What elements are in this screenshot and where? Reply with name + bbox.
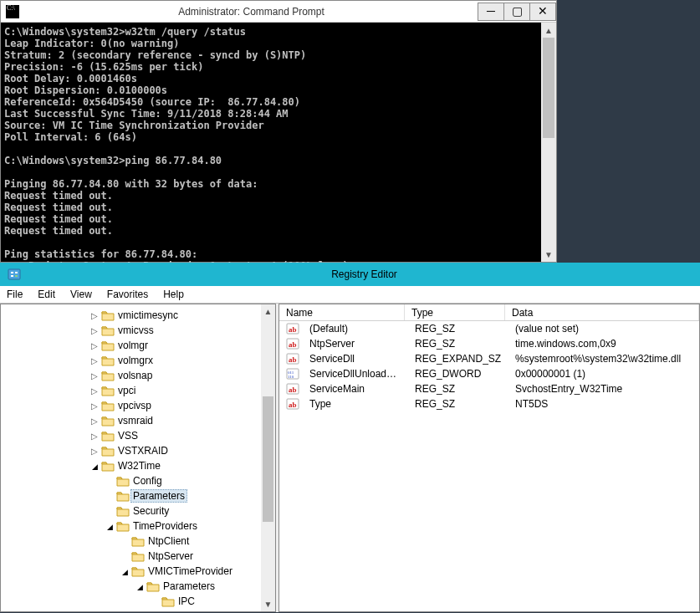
scroll-up-icon[interactable]: ▲ <box>261 304 275 319</box>
terminal-output[interactable]: C:\Windows\system32>w32tm /query /status… <box>1 23 556 275</box>
scroll-thumb[interactable] <box>543 38 554 138</box>
tree-node-vmictimeprovider[interactable]: VMICTimeProvider <box>120 564 275 579</box>
scroll-down-icon[interactable]: ▼ <box>261 597 275 611</box>
cmd-titlebar[interactable]: Administrator: Command Prompt ─ ▢ ✕ <box>1 1 556 23</box>
cmd-system-icon[interactable] <box>6 5 19 18</box>
tree-node-vpci[interactable]: vpci <box>89 383 275 398</box>
expand-icon[interactable] <box>89 326 100 335</box>
menu-edit[interactable]: Edit <box>36 287 57 302</box>
value-row[interactable]: abServiceMainREG_SZSvchostEntry_W32Time <box>279 381 699 396</box>
value-name: ServiceDll <box>303 353 408 365</box>
folder-icon <box>101 309 115 321</box>
value-row[interactable]: abTypeREG_SZNT5DS <box>279 396 699 411</box>
value-row[interactable]: 011110ServiceDllUnloadOnStopREG_DWORD0x0… <box>279 366 699 381</box>
expand-icon[interactable] <box>120 567 130 576</box>
tree-node-parameters[interactable]: Parameters <box>135 579 275 594</box>
column-data[interactable]: Data <box>505 304 699 320</box>
expand-icon[interactable] <box>89 341 100 350</box>
svg-rect-1 <box>11 272 13 273</box>
folder-icon <box>101 355 115 366</box>
tree-node-ntpclient[interactable]: NtpClient <box>120 534 275 549</box>
tree-node-config[interactable]: Config <box>105 473 275 488</box>
folder-icon <box>101 340 115 351</box>
tree-label: volsnap <box>118 370 152 381</box>
svg-text:ab: ab <box>289 340 297 349</box>
tree-node-vstxraid[interactable]: VSTXRAID <box>89 443 275 458</box>
tree-label: NtpServer <box>148 550 193 562</box>
tree-node-volmgr[interactable]: volmgr <box>89 338 275 353</box>
value-data: SvchostEntry_W32Time <box>508 383 699 395</box>
menu-help[interactable]: Help <box>161 287 186 302</box>
expand-icon[interactable] <box>89 356 100 365</box>
tree-node-vmictimesync[interactable]: vmictimesync <box>89 308 275 323</box>
expand-icon[interactable] <box>89 386 100 396</box>
menu-favorites[interactable]: Favorites <box>105 287 150 302</box>
list-header[interactable]: Name Type Data <box>279 304 699 321</box>
tree-node-vmicvss[interactable]: vmicvss <box>89 323 275 338</box>
tree-node-security[interactable]: Security <box>105 503 275 518</box>
expand-icon[interactable] <box>89 311 100 320</box>
tree-node-timeproviders[interactable]: TimeProviders <box>105 518 275 534</box>
menu-view[interactable]: View <box>69 287 94 302</box>
registry-tree-pane[interactable]: vmictimesyncvmicvssvolmgrvolmgrxvolsnapv… <box>0 304 276 612</box>
expand-icon[interactable] <box>105 522 115 531</box>
folder-icon <box>116 475 130 487</box>
value-name: ServiceDllUnloadOnStop <box>303 368 408 380</box>
folder-icon <box>161 595 175 607</box>
tree-label: vmictimesync <box>118 309 178 321</box>
tree-node-vss[interactable]: VSS <box>89 428 275 443</box>
tree-node-ipc[interactable]: IPC <box>150 594 275 609</box>
string-value-icon: ab <box>286 382 299 396</box>
tree-node-w32time[interactable]: W32Time <box>89 458 275 473</box>
expand-icon[interactable] <box>89 447 100 456</box>
tree-node-ntpserver[interactable]: NtpServer <box>120 549 275 564</box>
regedit-titlebar[interactable]: Registry Editor <box>0 263 700 286</box>
column-type[interactable]: Type <box>405 304 505 320</box>
scroll-up-icon[interactable]: ▲ <box>541 23 556 38</box>
svg-text:ab: ab <box>289 386 297 394</box>
tree-scrollbar[interactable]: ▲ ▼ <box>261 304 275 611</box>
expand-icon[interactable] <box>89 401 100 411</box>
regedit-title: Registry Editor <box>28 268 700 280</box>
tree-node-volsnap[interactable]: volsnap <box>89 368 275 383</box>
menu-file[interactable]: File <box>5 287 24 302</box>
folder-icon <box>101 445 115 457</box>
tree-label: Parameters <box>163 580 215 592</box>
column-name[interactable]: Name <box>279 304 405 320</box>
expand-icon[interactable] <box>89 432 100 441</box>
tree-label: vpci <box>118 385 135 396</box>
expand-icon[interactable] <box>89 462 100 471</box>
scroll-down-icon[interactable]: ▼ <box>541 247 556 262</box>
maximize-button[interactable]: ▢ <box>503 3 530 21</box>
tree-node-vpcivsp[interactable]: vpcivsp <box>89 398 275 413</box>
value-row[interactable]: ab(Default)REG_SZ(value not set) <box>279 321 699 336</box>
svg-rect-3 <box>11 275 13 277</box>
value-row[interactable]: abServiceDllREG_EXPAND_SZ%systemroot%\sy… <box>279 351 699 366</box>
value-name: ServiceMain <box>303 383 408 395</box>
expand-icon[interactable] <box>89 416 100 426</box>
registry-values-pane[interactable]: Name Type Data ab(Default)REG_SZ(value n… <box>278 304 700 612</box>
svg-text:ab: ab <box>289 401 297 409</box>
folder-icon <box>101 460 115 472</box>
value-type: REG_EXPAND_SZ <box>408 353 508 365</box>
cmd-scrollbar[interactable]: ▲ ▼ <box>541 23 556 262</box>
command-prompt-window: Administrator: Command Prompt ─ ▢ ✕ C:\W… <box>0 0 557 263</box>
tree-node-vsmraid[interactable]: vsmraid <box>89 413 275 428</box>
tree-node-parameters[interactable]: Parameters <box>105 488 275 503</box>
binary-value-icon: 011110 <box>286 367 299 381</box>
string-value-icon: ab <box>286 397 299 411</box>
folder-icon <box>116 490 130 502</box>
tree-label: Parameters <box>130 489 187 503</box>
expand-icon[interactable] <box>89 371 100 381</box>
string-value-icon: ab <box>286 352 299 365</box>
menubar: FileEditViewFavoritesHelp <box>0 286 700 303</box>
close-button[interactable]: ✕ <box>529 3 556 21</box>
scroll-thumb[interactable] <box>263 396 273 522</box>
tree-node-volmgrx[interactable]: volmgrx <box>89 353 275 368</box>
value-data: 0x00000001 (1) <box>508 368 699 380</box>
value-row[interactable]: abNtpServerREG_SZtime.windows.com,0x9 <box>279 336 699 351</box>
expand-icon[interactable] <box>135 582 145 591</box>
tree-label: W32Time <box>118 460 161 472</box>
svg-text:110: 110 <box>288 375 294 379</box>
minimize-button[interactable]: ─ <box>478 3 504 21</box>
